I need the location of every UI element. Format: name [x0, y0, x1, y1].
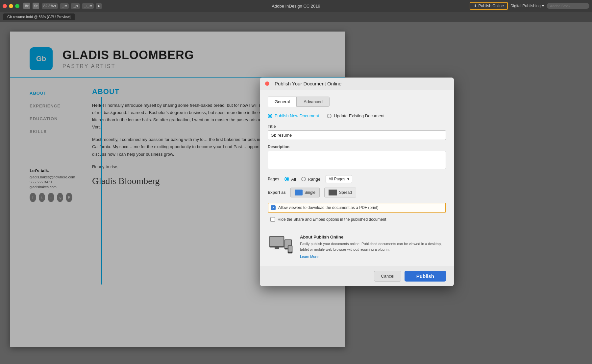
toolbar-chevron1: ▾ [65, 4, 67, 8]
about-publish-desc: Easily publish your documents online. Pu… [300, 241, 446, 252]
toolbar-chevron2: ▾ [76, 4, 78, 8]
st-icon: St [33, 3, 39, 9]
pages-all-option[interactable]: All [284, 177, 296, 182]
upload-icon: ⬆ [474, 4, 477, 8]
menu-bar: Br St 82.8% ▾ ⊞ ▾ ⬚ ▾ ⊟⊟ ▾ ➤ Adobe InDes… [0, 0, 592, 12]
svg-point-9 [289, 252, 290, 253]
svg-rect-8 [288, 246, 292, 252]
export-spread-label: Spread [339, 190, 352, 195]
publish-online-label: Publish Online [479, 4, 504, 8]
publish-button[interactable]: Publish [405, 271, 446, 282]
grid-icon: ⊞ [62, 4, 64, 8]
export-single-option[interactable]: Single [290, 188, 320, 197]
br-icon: Br [23, 3, 30, 9]
svg-rect-3 [273, 249, 281, 249]
dialog-tabs: General Advanced [268, 97, 446, 107]
pdf-checkbox[interactable] [271, 205, 276, 210]
pdf-checkbox-label: Allow viewers to download the document a… [278, 205, 379, 210]
export-single-icon [295, 190, 303, 195]
toolbar-group1[interactable]: ⊞ ▾ [60, 3, 69, 9]
dialog-body: General Advanced Publish New Document Up… [260, 90, 454, 266]
dialog-titlebar: Publish Your Document Online [260, 78, 454, 90]
digital-publishing-chevron: ▾ [542, 4, 544, 8]
publish-icon: ➤ [97, 4, 100, 8]
publish-option-row: Publish New Document Update Existing Doc… [268, 113, 446, 118]
about-publish-title: About Publish Online [300, 235, 446, 239]
publish-new-radio[interactable] [268, 114, 272, 118]
app-title: Adobe InDesign CC 2019 [272, 4, 320, 9]
minimize-traffic-light[interactable] [9, 4, 13, 8]
toolbar-group4[interactable]: ➤ [96, 3, 102, 9]
zoom-group[interactable]: 82.8% ▾ [42, 3, 58, 9]
svg-rect-1 [270, 237, 284, 246]
svg-rect-2 [275, 247, 279, 249]
title-input[interactable] [268, 130, 446, 140]
pages-all-radio[interactable] [284, 177, 289, 181]
tab-bar: Gb resume.indd @ 83% [GPU Preview] [0, 12, 592, 22]
title-label: Title [268, 124, 446, 129]
learn-more-link[interactable]: Learn More [300, 255, 318, 259]
share-checkbox-label: Hide the Share and Embed options in the … [278, 217, 386, 222]
dialog-title: Publish Your Document Online [275, 81, 341, 86]
dialog-close-button[interactable] [265, 81, 269, 86]
about-section: About Publish Online Easily publish your… [268, 229, 446, 259]
canvas-area: Gb GLADIS BLOOMBERG PASTRY ARTIST ABOUT … [0, 22, 592, 364]
description-input[interactable] [268, 151, 446, 169]
dropdown-chevron: ▾ [347, 177, 349, 181]
description-label: Description [268, 145, 446, 149]
export-single-label: Single [305, 190, 315, 195]
pages-row: Pages All Range All Pages ▾ [268, 175, 446, 183]
share-checkbox[interactable] [270, 217, 275, 222]
export-as-label: Export as [268, 190, 286, 195]
tab-advanced[interactable]: Advanced [297, 97, 330, 107]
checkbox-share-row[interactable]: Hide the Share and Embed options in the … [268, 215, 446, 224]
traffic-lights [3, 4, 19, 8]
update-existing-label: Update Existing Document [334, 113, 384, 118]
about-text-block: About Publish Online Easily publish your… [300, 235, 446, 259]
title-row: Title [268, 124, 446, 140]
zoom-value: 82.8% [43, 4, 54, 8]
export-spread-icon [329, 190, 337, 195]
update-existing-radio[interactable] [327, 114, 332, 118]
toolbar-group2[interactable]: ⬚ ▾ [71, 3, 80, 9]
cancel-button[interactable]: Cancel [374, 271, 401, 282]
export-row: Export as Single Spread [268, 188, 446, 197]
device-icon [268, 235, 294, 256]
dialog-footer: Cancel Publish [260, 266, 454, 286]
pages-range-option[interactable]: Range [301, 177, 320, 182]
layout-icon: ⬚ [72, 4, 76, 8]
digital-publishing-label: Digital Publishing [510, 4, 541, 8]
description-row: Description [268, 145, 446, 171]
pages-range-label: Range [308, 177, 320, 182]
publish-new-option[interactable]: Publish New Document [268, 113, 319, 118]
update-existing-option[interactable]: Update Existing Document [327, 113, 384, 118]
all-pages-label: All Pages [329, 177, 345, 181]
zoom-chevron: ▾ [54, 4, 56, 8]
export-spread-option[interactable]: Spread [324, 188, 356, 197]
toolbar-chevron3: ▾ [90, 4, 92, 8]
all-pages-dropdown[interactable]: All Pages ▾ [326, 175, 352, 183]
view-icon: ⊟⊟ [84, 4, 89, 8]
toolbar-group3[interactable]: ⊟⊟ ▾ [82, 3, 94, 9]
tab-general[interactable]: General [268, 97, 297, 107]
checkbox-pdf-row[interactable]: Allow viewers to download the document a… [268, 203, 446, 213]
pages-all-label: All [291, 177, 296, 182]
menu-bar-right: ⬆ Publish Online Digital Publishing ▾ [470, 2, 589, 10]
publish-new-label: Publish New Document [275, 113, 319, 118]
pages-range-radio[interactable] [301, 177, 306, 181]
digital-publishing-button[interactable]: Digital Publishing ▾ [510, 4, 544, 8]
publish-dialog: Publish Your Document Online General Adv… [260, 78, 454, 286]
close-traffic-light[interactable] [3, 4, 7, 8]
pages-label: Pages [268, 177, 279, 181]
maximize-traffic-light[interactable] [15, 4, 19, 8]
document-tab[interactable]: Gb resume.indd @ 83% [GPU Preview] [3, 13, 75, 20]
stock-search-input[interactable] [547, 3, 589, 9]
publish-online-button[interactable]: ⬆ Publish Online [470, 2, 508, 10]
doc-tab-label: Gb resume.indd @ 83% [GPU Preview] [7, 15, 71, 19]
